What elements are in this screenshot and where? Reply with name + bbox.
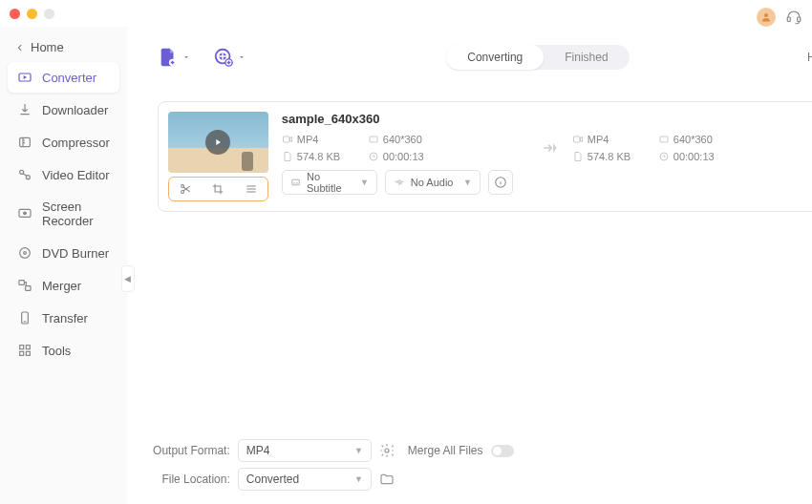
svg-rect-4: [20, 137, 31, 146]
tools-icon: [17, 343, 32, 358]
transfer-icon: [17, 310, 32, 326]
compressor-icon: [17, 135, 32, 150]
merger-icon: [17, 278, 32, 293]
merge-toggle[interactable]: [491, 445, 514, 457]
sidebar-item-transfer[interactable]: Transfer: [8, 303, 119, 333]
nav-label: Merger: [42, 279, 81, 293]
sidebar-item-dvd-burner[interactable]: DVD Burner: [8, 238, 119, 268]
arrow-right-icon: [540, 138, 559, 158]
subtitle-select[interactable]: No Subtitle▼: [282, 170, 377, 195]
svg-rect-14: [20, 346, 24, 349]
file-icon: [572, 151, 584, 162]
chevron-left-icon: [15, 43, 25, 52]
list-icon: [245, 182, 258, 196]
chevron-down-icon: [182, 53, 190, 61]
folder-icon: [379, 472, 395, 487]
merge-label: Merge All Files: [408, 444, 483, 457]
sidebar-collapse-button[interactable]: ◀: [121, 265, 135, 292]
nav-label: Transfer: [42, 311, 88, 326]
svg-rect-30: [292, 179, 299, 185]
nav-label: Downloader: [42, 103, 108, 117]
user-icon: [760, 11, 772, 23]
open-folder-button[interactable]: [379, 472, 395, 487]
add-file-button[interactable]: [158, 47, 190, 68]
main-area: Converting Finished High Speed Conversio…: [127, 27, 812, 504]
svg-rect-27: [660, 136, 668, 142]
high-speed-toggle-row: High Speed Conversion: [807, 50, 812, 65]
chevron-down-icon: [238, 53, 246, 61]
video-icon: [282, 134, 293, 145]
file-icon: [282, 151, 293, 162]
crop-button[interactable]: [202, 178, 234, 200]
cut-button[interactable]: [169, 178, 202, 200]
nav-label: Converter: [42, 71, 96, 85]
tab-converting[interactable]: Converting: [446, 45, 544, 70]
sidebar-item-merger[interactable]: Merger: [8, 270, 119, 301]
clock-icon: [368, 151, 379, 162]
nav-label: Video Editor: [42, 168, 110, 182]
home-button[interactable]: Home: [8, 34, 119, 60]
editor-icon: [17, 167, 32, 182]
svg-rect-15: [26, 346, 30, 349]
recorder-icon: [17, 206, 32, 221]
file-location-label: File Location:: [144, 472, 230, 486]
toolbar: Converting Finished High Speed Conversio…: [144, 34, 812, 80]
file-list: ✕ sample_640x360: [144, 88, 812, 431]
output-format-label: Output Format:: [144, 444, 230, 457]
svg-rect-23: [283, 136, 289, 142]
sidebar-item-downloader[interactable]: Downloader: [8, 94, 119, 125]
high-speed-label: High Speed Conversion: [807, 51, 812, 64]
gear-icon: [379, 443, 395, 458]
tab-finished[interactable]: Finished: [544, 45, 629, 70]
svg-rect-1: [787, 17, 790, 22]
effects-button[interactable]: [234, 178, 267, 200]
scissors-icon: [179, 182, 192, 196]
audio-icon: [394, 177, 405, 188]
video-icon: [572, 134, 584, 145]
add-url-button[interactable]: [213, 47, 246, 68]
svg-rect-12: [26, 286, 31, 291]
nav-label: Screen Recorder: [42, 200, 110, 228]
status-tabs: Converting Finished: [446, 45, 629, 70]
window-minimize-button[interactable]: [27, 9, 37, 19]
sidebar-item-tools[interactable]: Tools: [8, 335, 119, 366]
file-card: ✕ sample_640x360: [158, 101, 812, 212]
info-icon: [494, 176, 507, 189]
nav-label: Compressor: [42, 136, 110, 150]
video-thumbnail[interactable]: [168, 112, 268, 173]
sidebar-item-converter[interactable]: Converter: [8, 62, 119, 93]
output-settings-button[interactable]: [379, 443, 395, 458]
sidebar-item-compressor[interactable]: Compressor: [8, 127, 119, 158]
support-icon[interactable]: [785, 9, 802, 26]
output-format-select[interactable]: MP4▼: [238, 439, 372, 462]
svg-rect-2: [798, 17, 801, 22]
add-file-icon: [158, 47, 179, 68]
sidebar-item-screen-recorder[interactable]: Screen Recorder: [8, 192, 119, 236]
titlebar: [0, 0, 812, 27]
crop-icon: [211, 182, 224, 196]
sidebar: Home Converter Downloader Compressor Vid…: [0, 27, 127, 504]
footer: Output Format: MP4▼ Merge All Files File…: [144, 439, 812, 491]
resolution-icon: [658, 134, 670, 145]
edit-tools: [168, 177, 268, 201]
nav-label: Tools: [42, 344, 71, 358]
add-url-icon: [213, 47, 234, 68]
svg-point-9: [20, 248, 31, 259]
svg-point-22: [182, 185, 184, 188]
sidebar-item-video-editor[interactable]: Video Editor: [8, 159, 119, 190]
svg-rect-17: [26, 351, 30, 355]
resolution-icon: [368, 134, 379, 145]
subtitle-icon: [290, 177, 301, 188]
info-button[interactable]: [488, 170, 513, 195]
audio-select[interactable]: No Audio▼: [385, 170, 481, 195]
window-close-button[interactable]: [10, 9, 20, 19]
file-location-select[interactable]: Converted▼: [238, 468, 372, 491]
svg-point-0: [764, 13, 768, 17]
download-icon: [17, 102, 32, 117]
dvd-icon: [17, 245, 32, 261]
svg-point-10: [24, 252, 27, 255]
account-avatar[interactable]: [757, 8, 776, 27]
window-maximize-button[interactable]: [44, 9, 54, 19]
file-name: sample_640x360: [282, 112, 812, 126]
svg-point-33: [385, 449, 389, 452]
